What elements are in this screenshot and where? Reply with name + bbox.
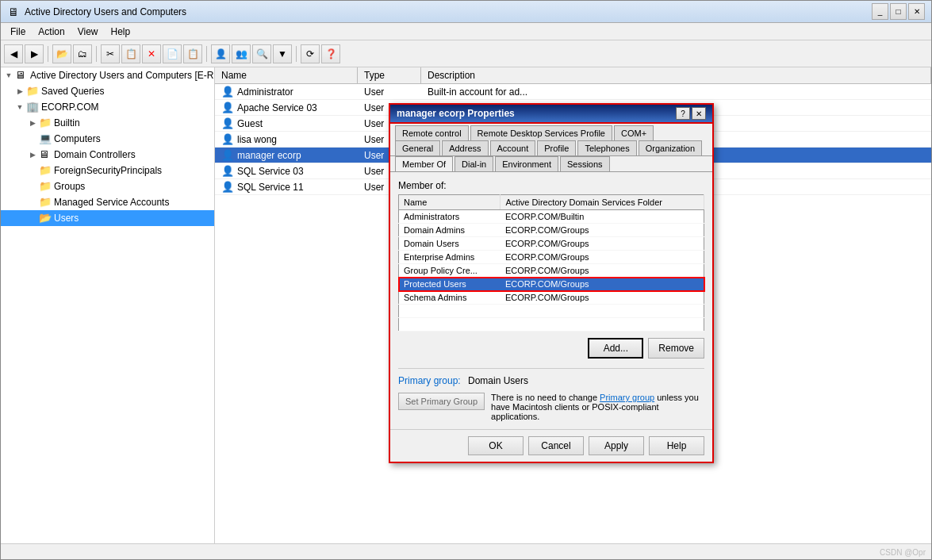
tab-sessions[interactable]: Sessions (560, 156, 610, 171)
list-cell-name: 👤Administrator (215, 84, 358, 99)
tab-environment[interactable]: Environment (495, 156, 558, 171)
show-hide-button[interactable]: 🗂 (73, 44, 92, 63)
member-folder: ECORP.COM/Groups (501, 224, 704, 237)
list-cell-name: 👤Guest (215, 116, 358, 131)
menu-file[interactable]: File (4, 25, 32, 39)
title-bar: 🖥 Active Directory Users and Computers _… (1, 1, 931, 23)
member-row[interactable]: Domain Users ECORP.COM/Groups (399, 237, 704, 251)
col-header-name[interactable]: Name (215, 67, 358, 83)
list-cell-name: 👤Apache Service 03 (215, 100, 358, 115)
help-button[interactable]: Help (649, 436, 704, 455)
tree-groups[interactable]: 📁 Groups (1, 178, 214, 194)
delete-button[interactable]: ✕ (142, 44, 161, 63)
member-row-selected[interactable]: Protected Users ECORP.COM/Groups (399, 278, 704, 291)
new-group-button[interactable]: 👥 (232, 44, 251, 63)
tab-account[interactable]: Account (490, 140, 536, 155)
tab-organization[interactable]: Organization (639, 140, 702, 155)
tree-managed-service[interactable]: 📁 Managed Service Accounts (1, 194, 214, 210)
member-name: Enterprise Admins (399, 251, 501, 264)
col-header-desc[interactable]: Description (421, 67, 931, 83)
menu-action[interactable]: Action (32, 25, 71, 39)
tree-computers[interactable]: 💻 Computers (1, 131, 214, 147)
tab-rdp[interactable]: Remote Desktop Services Profile (470, 125, 612, 140)
tree-panel: ▼ 🖥 Active Directory Users and Computers… (1, 67, 215, 543)
dialog-close-button[interactable]: ✕ (692, 107, 706, 120)
tab-address[interactable]: Address (442, 140, 488, 155)
ecorp-label: ECORP.COM (41, 102, 98, 113)
apply-button[interactable]: Apply (589, 436, 644, 455)
member-row[interactable]: Enterprise Admins ECORP.COM/Groups (399, 251, 704, 264)
tab-telephones[interactable]: Telephones (577, 140, 636, 155)
minimize-button[interactable]: _ (872, 3, 888, 20)
move-button[interactable]: 📋 (183, 44, 202, 63)
groups-icon: 📁 (39, 180, 52, 193)
dc-icon: 🖥 (39, 148, 52, 161)
tree-ecorp[interactable]: ▼ 🏢 ECORP.COM (1, 99, 214, 115)
computers-expand (26, 132, 39, 145)
ecorp-icon: 🏢 (26, 101, 39, 113)
cut-button[interactable]: ✂ (101, 44, 120, 63)
msa-label: Managed Service Accounts (54, 197, 169, 208)
member-row[interactable]: Group Policy Cre... ECORP.COM/Groups (399, 264, 704, 278)
tree-root[interactable]: ▼ 🖥 Active Directory Users and Computers… (1, 67, 214, 83)
menu-help[interactable]: Help (105, 25, 137, 39)
forward-button[interactable]: ▶ (25, 44, 44, 63)
tree-foreign-security[interactable]: 📁 ForeignSecurityPrincipals (1, 163, 214, 178)
member-name: Domain Users (399, 237, 501, 251)
ok-button[interactable]: OK (468, 436, 524, 455)
maximize-button[interactable]: □ (890, 3, 907, 20)
member-row[interactable]: Schema Admins ECORP.COM/Groups (399, 291, 704, 305)
list-cell-name: 👤SQL Service 11 (215, 179, 358, 194)
up-button[interactable]: 📂 (52, 44, 71, 63)
member-folder: ECORP.COM/Groups (501, 291, 704, 305)
member-row[interactable]: Domain Admins ECORP.COM/Groups (399, 224, 704, 237)
tab-member-of[interactable]: Member Of (395, 156, 453, 171)
col-head-folder: Active Directory Domain Services Folder (501, 195, 704, 210)
users-icon: 📂 (39, 212, 52, 224)
close-button[interactable]: ✕ (908, 3, 925, 20)
tab-remote-control[interactable]: Remote control (395, 125, 469, 140)
cancel-button[interactable]: Cancel (528, 436, 584, 455)
builtin-icon: 📁 (39, 117, 52, 129)
copy-button[interactable]: 📋 (121, 44, 140, 63)
saved-queries-expand: ▶ (13, 85, 26, 98)
member-name: Administrators (399, 210, 501, 224)
tree-builtin[interactable]: ▶ 📁 Builtin (1, 115, 214, 131)
member-name: Schema Admins (399, 291, 501, 305)
tab-dial-in[interactable]: Dial-in (454, 156, 493, 171)
add-button[interactable]: Add... (588, 338, 643, 359)
tab-profile[interactable]: Profile (537, 140, 576, 155)
set-primary-button[interactable]: Set Primary Group (398, 393, 485, 410)
primary-group-label: Primary group: (398, 375, 462, 386)
tree-users[interactable]: 📂 Users (1, 210, 214, 226)
remove-button[interactable]: Remove (648, 338, 704, 359)
fsp-expand (26, 164, 39, 177)
member-name: Group Policy Cre... (399, 264, 501, 278)
dialog-bottom-buttons: OK Cancel Apply Help (390, 429, 712, 462)
col-header-type[interactable]: Type (358, 67, 421, 83)
tree-domain-controllers[interactable]: ▶ 🖥 Domain Controllers (1, 147, 214, 163)
refresh-button[interactable]: ⟳ (301, 44, 320, 63)
list-cell-name: 👤lisa wong (215, 132, 358, 147)
member-row[interactable]: Administrators ECORP.COM/Builtin (399, 210, 704, 224)
tree-saved-queries[interactable]: ▶ 📁 Saved Queries (1, 83, 214, 99)
filter-button[interactable]: ▼ (273, 44, 292, 63)
tab-com[interactable]: COM+ (614, 125, 654, 140)
back-button[interactable]: ◀ (4, 44, 23, 63)
new-user-button[interactable]: 👤 (211, 44, 230, 63)
dialog-help-button[interactable]: ? (676, 107, 690, 120)
tab-general[interactable]: General (395, 140, 440, 155)
menu-view[interactable]: View (71, 25, 105, 39)
primary-group-row: Primary group: Domain Users (398, 375, 704, 386)
status-bar (1, 543, 931, 559)
properties-button[interactable]: 📄 (163, 44, 182, 63)
list-cell-type: User (358, 85, 421, 99)
dialog-title-bar: manager ecorp Properties ? ✕ (389, 103, 714, 124)
help2-button[interactable]: ❓ (321, 44, 340, 63)
member-name: Domain Admins (399, 224, 501, 237)
primary-group-section: Primary group: Domain Users Set Primary … (398, 368, 704, 421)
list-row[interactable]: 👤Administrator User Built-in account for… (215, 84, 931, 100)
list-cell-name: 👤SQL Service 03 (215, 163, 358, 178)
watermark: CSDN @Opr (880, 548, 926, 557)
find-button[interactable]: 🔍 (252, 44, 271, 63)
